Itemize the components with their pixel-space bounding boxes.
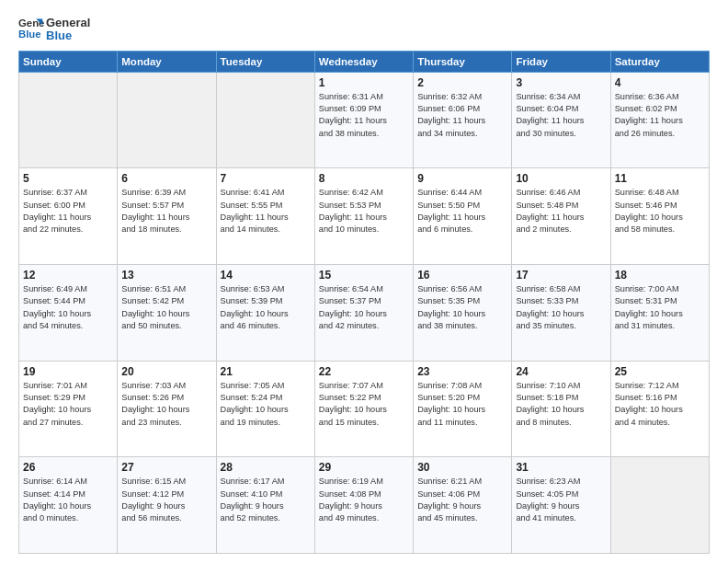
calendar-cell: 5Sunrise: 6:37 AM Sunset: 6:00 PM Daylig… xyxy=(19,168,118,265)
day-number: 30 xyxy=(417,461,507,474)
calendar-cell: 28Sunrise: 6:17 AM Sunset: 4:10 PM Dayli… xyxy=(216,457,314,554)
logo-text-general: General xyxy=(46,17,90,29)
day-info: Sunrise: 6:49 AM Sunset: 5:44 PM Dayligh… xyxy=(23,283,113,332)
day-info: Sunrise: 6:53 AM Sunset: 5:39 PM Dayligh… xyxy=(221,283,311,332)
calendar-cell: 3Sunrise: 6:34 AM Sunset: 6:04 PM Daylig… xyxy=(512,72,610,168)
calendar-cell: 11Sunrise: 6:48 AM Sunset: 5:46 PM Dayli… xyxy=(610,168,709,265)
day-info: Sunrise: 6:17 AM Sunset: 4:10 PM Dayligh… xyxy=(221,476,311,524)
calendar-cell: 27Sunrise: 6:15 AM Sunset: 4:12 PM Dayli… xyxy=(118,457,216,554)
calendar-cell: 7Sunrise: 6:41 AM Sunset: 5:55 PM Daylig… xyxy=(216,168,314,265)
calendar-cell xyxy=(118,72,216,168)
day-number: 13 xyxy=(121,269,211,282)
day-number: 10 xyxy=(516,172,606,185)
day-number: 26 xyxy=(23,461,113,474)
calendar-cell: 21Sunrise: 7:05 AM Sunset: 5:24 PM Dayli… xyxy=(216,361,314,457)
logo-icon: General Blue xyxy=(18,16,44,41)
day-info: Sunrise: 7:05 AM Sunset: 5:24 PM Dayligh… xyxy=(221,380,311,429)
day-info: Sunrise: 6:51 AM Sunset: 5:42 PM Dayligh… xyxy=(121,283,211,332)
logo-text-blue: Blue xyxy=(46,29,90,42)
day-number: 29 xyxy=(319,461,409,474)
day-number: 16 xyxy=(417,269,507,282)
calendar-week-1: 5Sunrise: 6:37 AM Sunset: 6:00 PM Daylig… xyxy=(19,168,710,265)
day-info: Sunrise: 6:23 AM Sunset: 4:05 PM Dayligh… xyxy=(516,476,606,524)
logo: General Blue General Blue xyxy=(18,15,90,43)
day-info: Sunrise: 6:19 AM Sunset: 4:08 PM Dayligh… xyxy=(319,476,409,524)
day-number: 31 xyxy=(516,461,606,474)
day-number: 22 xyxy=(319,365,409,378)
calendar-cell: 14Sunrise: 6:53 AM Sunset: 5:39 PM Dayli… xyxy=(216,264,314,361)
weekday-header-saturday: Saturday xyxy=(610,51,709,72)
calendar-cell: 16Sunrise: 6:56 AM Sunset: 5:35 PM Dayli… xyxy=(414,264,512,361)
day-info: Sunrise: 6:44 AM Sunset: 5:50 PM Dayligh… xyxy=(417,187,507,236)
weekday-header-wednesday: Wednesday xyxy=(314,51,413,72)
calendar-cell: 23Sunrise: 7:08 AM Sunset: 5:20 PM Dayli… xyxy=(414,361,512,457)
weekday-header-thursday: Thursday xyxy=(414,51,512,72)
day-info: Sunrise: 6:58 AM Sunset: 5:33 PM Dayligh… xyxy=(516,283,606,332)
day-number: 5 xyxy=(23,172,113,185)
calendar-cell: 20Sunrise: 7:03 AM Sunset: 5:26 PM Dayli… xyxy=(118,361,216,457)
day-info: Sunrise: 6:32 AM Sunset: 6:06 PM Dayligh… xyxy=(417,91,507,140)
day-number: 8 xyxy=(319,172,409,185)
day-info: Sunrise: 7:10 AM Sunset: 5:18 PM Dayligh… xyxy=(516,380,606,429)
calendar-week-2: 12Sunrise: 6:49 AM Sunset: 5:44 PM Dayli… xyxy=(19,264,710,361)
calendar-cell: 15Sunrise: 6:54 AM Sunset: 5:37 PM Dayli… xyxy=(314,264,413,361)
day-number: 28 xyxy=(221,461,311,474)
day-info: Sunrise: 6:46 AM Sunset: 5:48 PM Dayligh… xyxy=(516,187,606,236)
day-info: Sunrise: 6:39 AM Sunset: 5:57 PM Dayligh… xyxy=(121,187,211,236)
calendar-header-row: SundayMondayTuesdayWednesdayThursdayFrid… xyxy=(19,51,710,72)
calendar-cell: 2Sunrise: 6:32 AM Sunset: 6:06 PM Daylig… xyxy=(414,72,512,168)
day-number: 6 xyxy=(121,172,211,185)
day-number: 27 xyxy=(121,461,211,474)
calendar-cell: 24Sunrise: 7:10 AM Sunset: 5:18 PM Dayli… xyxy=(512,361,610,457)
day-number: 4 xyxy=(615,76,705,89)
calendar-cell: 9Sunrise: 6:44 AM Sunset: 5:50 PM Daylig… xyxy=(414,168,512,265)
day-number: 21 xyxy=(221,365,311,378)
day-info: Sunrise: 6:21 AM Sunset: 4:06 PM Dayligh… xyxy=(417,476,507,524)
calendar-cell: 8Sunrise: 6:42 AM Sunset: 5:53 PM Daylig… xyxy=(314,168,413,265)
calendar-cell: 19Sunrise: 7:01 AM Sunset: 5:29 PM Dayli… xyxy=(19,361,118,457)
day-number: 11 xyxy=(615,172,705,185)
calendar-cell: 18Sunrise: 7:00 AM Sunset: 5:31 PM Dayli… xyxy=(610,264,709,361)
day-info: Sunrise: 7:00 AM Sunset: 5:31 PM Dayligh… xyxy=(615,283,705,332)
day-info: Sunrise: 6:56 AM Sunset: 5:35 PM Dayligh… xyxy=(417,283,507,332)
day-info: Sunrise: 6:48 AM Sunset: 5:46 PM Dayligh… xyxy=(615,187,705,236)
day-number: 14 xyxy=(221,269,311,282)
calendar-cell: 12Sunrise: 6:49 AM Sunset: 5:44 PM Dayli… xyxy=(19,264,118,361)
calendar-cell: 29Sunrise: 6:19 AM Sunset: 4:08 PM Dayli… xyxy=(314,457,413,554)
weekday-header-friday: Friday xyxy=(512,51,610,72)
svg-text:Blue: Blue xyxy=(18,29,41,40)
day-number: 3 xyxy=(516,76,606,89)
page: General Blue General Blue SundayMondayTu… xyxy=(0,0,728,563)
calendar-cell xyxy=(19,72,118,168)
calendar-cell: 25Sunrise: 7:12 AM Sunset: 5:16 PM Dayli… xyxy=(610,361,709,457)
calendar-cell xyxy=(610,457,709,554)
calendar-cell: 17Sunrise: 6:58 AM Sunset: 5:33 PM Dayli… xyxy=(512,264,610,361)
day-number: 20 xyxy=(121,365,211,378)
day-number: 25 xyxy=(615,365,705,378)
calendar-cell: 30Sunrise: 6:21 AM Sunset: 4:06 PM Dayli… xyxy=(414,457,512,554)
calendar-cell: 31Sunrise: 6:23 AM Sunset: 4:05 PM Dayli… xyxy=(512,457,610,554)
header: General Blue General Blue xyxy=(18,15,710,43)
day-info: Sunrise: 6:34 AM Sunset: 6:04 PM Dayligh… xyxy=(516,91,606,140)
day-info: Sunrise: 7:03 AM Sunset: 5:26 PM Dayligh… xyxy=(121,380,211,429)
day-info: Sunrise: 6:42 AM Sunset: 5:53 PM Dayligh… xyxy=(319,187,409,236)
day-number: 12 xyxy=(23,269,113,282)
calendar-cell xyxy=(216,72,314,168)
day-info: Sunrise: 7:12 AM Sunset: 5:16 PM Dayligh… xyxy=(615,380,705,429)
calendar-cell: 4Sunrise: 6:36 AM Sunset: 6:02 PM Daylig… xyxy=(610,72,709,168)
day-number: 7 xyxy=(221,172,311,185)
day-info: Sunrise: 6:14 AM Sunset: 4:14 PM Dayligh… xyxy=(23,476,113,524)
calendar-cell: 6Sunrise: 6:39 AM Sunset: 5:57 PM Daylig… xyxy=(118,168,216,265)
weekday-header-tuesday: Tuesday xyxy=(216,51,314,72)
weekday-header-monday: Monday xyxy=(118,51,216,72)
weekday-header-sunday: Sunday xyxy=(19,51,118,72)
day-info: Sunrise: 6:36 AM Sunset: 6:02 PM Dayligh… xyxy=(615,91,705,140)
calendar-cell: 1Sunrise: 6:31 AM Sunset: 6:09 PM Daylig… xyxy=(314,72,413,168)
day-number: 9 xyxy=(417,172,507,185)
day-info: Sunrise: 6:41 AM Sunset: 5:55 PM Dayligh… xyxy=(221,187,311,236)
calendar-week-3: 19Sunrise: 7:01 AM Sunset: 5:29 PM Dayli… xyxy=(19,361,710,457)
day-number: 2 xyxy=(417,76,507,89)
calendar-cell: 22Sunrise: 7:07 AM Sunset: 5:22 PM Dayli… xyxy=(314,361,413,457)
day-info: Sunrise: 7:07 AM Sunset: 5:22 PM Dayligh… xyxy=(319,380,409,429)
calendar-cell: 26Sunrise: 6:14 AM Sunset: 4:14 PM Dayli… xyxy=(19,457,118,554)
